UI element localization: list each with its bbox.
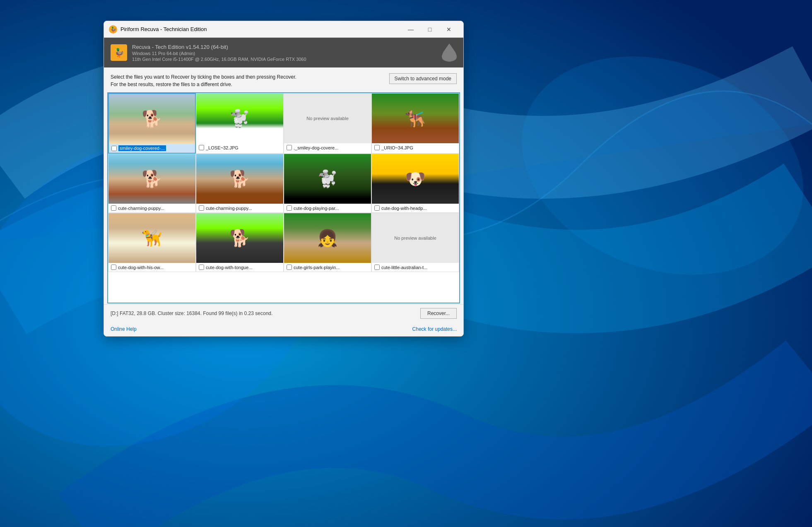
footer-bar: Online Help Check for updates... xyxy=(104,322,463,336)
item-checkbox[interactable] xyxy=(199,205,204,211)
grid-item[interactable]: smiley-dog-covered-... xyxy=(108,93,196,154)
item-checkbox[interactable] xyxy=(374,265,380,270)
item-checkbox[interactable] xyxy=(199,145,204,150)
item-filename: cute-dog-with-his-ow... xyxy=(118,265,164,270)
file-grid[interactable]: smiley-dog-covered-... _LOSE~32.JPG No p… xyxy=(107,92,460,303)
item-checkbox[interactable] xyxy=(374,205,380,211)
online-help-link[interactable]: Online Help xyxy=(111,326,137,332)
item-filename: cute-little-australian-t... xyxy=(381,265,427,270)
item-checkbox[interactable] xyxy=(111,205,116,211)
maximize-button[interactable]: □ xyxy=(420,23,439,36)
item-filename: cute-dog-with-tongue... xyxy=(206,265,253,270)
item-filename: cute-charming-puppy... xyxy=(206,206,252,211)
item-checkbox[interactable] xyxy=(199,265,204,270)
minimize-button[interactable]: — xyxy=(401,23,420,36)
image-preview xyxy=(196,94,283,143)
image-preview xyxy=(109,94,195,144)
title-bar: 🦆 Piriform Recuva - Technician Edition —… xyxy=(104,21,463,38)
item-footer: cute-little-australian-t... xyxy=(372,263,459,272)
item-filename: smiley-dog-covered-... xyxy=(118,145,166,151)
app-os: Windows 11 Pro 64-bit (Admin) xyxy=(132,51,437,56)
image-preview xyxy=(372,154,459,204)
image-preview xyxy=(196,213,283,263)
grid-item[interactable]: cute-dog-with-his-ow... xyxy=(108,213,196,272)
item-filename: _URIO~34.JPG xyxy=(381,145,413,150)
window-title: Piriform Recuva - Technician Edition xyxy=(120,26,401,32)
close-button[interactable]: ✕ xyxy=(439,23,458,36)
no-preview-label: No preview available xyxy=(372,213,459,263)
no-preview-label: No preview available xyxy=(284,94,371,143)
item-checkbox[interactable] xyxy=(374,145,380,150)
item-filename: cute-dog-playing-par... xyxy=(294,206,339,211)
instruction-bar: Select the files you want to Recover by … xyxy=(104,67,463,92)
grid-item[interactable]: _URIO~34.JPG xyxy=(371,93,459,154)
item-footer: cute-dog-with-tongue... xyxy=(196,263,283,272)
item-checkbox[interactable] xyxy=(287,205,292,211)
switch-to-advanced-button[interactable]: Switch to advanced mode xyxy=(389,73,457,84)
item-footer: _URIO~34.JPG xyxy=(372,143,459,152)
app-name: Recuva - Tech Edition v1.54.120 (64-bit) xyxy=(132,44,437,50)
image-preview xyxy=(284,154,371,204)
item-footer: cute-dog-with-his-ow... xyxy=(108,263,195,272)
app-logo-icon: 🦆 xyxy=(111,44,127,61)
item-filename: _LOSE~32.JPG xyxy=(206,145,239,150)
grid-item[interactable]: cute-dog-with-headp... xyxy=(371,154,459,213)
status-text: [D:] FAT32, 28.8 GB. Cluster size: 16384… xyxy=(111,310,272,316)
item-checkbox[interactable] xyxy=(287,265,292,270)
item-filename: ._smiley-dog-covere... xyxy=(294,145,338,150)
image-preview xyxy=(108,213,195,263)
status-bar: [D:] FAT32, 28.8 GB. Cluster size: 16384… xyxy=(104,304,463,322)
item-footer: cute-dog-playing-par... xyxy=(284,204,371,212)
item-footer: cute-charming-puppy... xyxy=(108,204,195,212)
item-footer: ._smiley-dog-covere... xyxy=(284,143,371,152)
item-checkbox[interactable] xyxy=(111,146,117,151)
instruction-text: Select the files you want to Recover by … xyxy=(111,73,296,88)
image-preview xyxy=(196,154,283,204)
grid-item[interactable]: cute-charming-puppy... xyxy=(196,154,284,213)
recover-button[interactable]: Recover... xyxy=(420,308,457,319)
check-updates-link[interactable]: Check for updates... xyxy=(412,326,457,332)
image-preview xyxy=(108,154,195,204)
item-filename: cute-dog-with-headp... xyxy=(381,206,426,211)
droplet-icon xyxy=(442,43,457,63)
item-checkbox[interactable] xyxy=(111,265,116,270)
image-preview xyxy=(284,213,371,263)
grid-item[interactable]: No preview available ._smiley-dog-covere… xyxy=(284,93,371,154)
item-checkbox[interactable] xyxy=(287,145,292,150)
grid-item[interactable]: cute-dog-playing-par... xyxy=(284,154,371,213)
grid-item[interactable]: No preview available cute-little-austral… xyxy=(371,213,459,272)
item-footer: smiley-dog-covered-... xyxy=(109,144,195,153)
application-window: 🦆 Piriform Recuva - Technician Edition —… xyxy=(104,21,464,337)
grid-inner: smiley-dog-covered-... _LOSE~32.JPG No p… xyxy=(108,93,459,272)
main-content: Select the files you want to Recover by … xyxy=(104,67,463,336)
app-icon: 🦆 xyxy=(109,25,117,34)
window-controls: — □ ✕ xyxy=(401,23,458,36)
grid-item[interactable]: cute-charming-puppy... xyxy=(108,154,196,213)
item-footer: _LOSE~32.JPG xyxy=(196,143,283,152)
image-preview xyxy=(372,94,459,143)
app-header: 🦆 Recuva - Tech Edition v1.54.120 (64-bi… xyxy=(104,38,463,67)
item-footer: cute-dog-with-headp... xyxy=(372,204,459,212)
grid-item[interactable]: cute-girls-park-playin... xyxy=(284,213,371,272)
item-footer: cute-charming-puppy... xyxy=(196,204,283,212)
item-filename: cute-charming-puppy... xyxy=(118,206,164,211)
item-filename: cute-girls-park-playin... xyxy=(294,265,340,270)
item-footer: cute-girls-park-playin... xyxy=(284,263,371,272)
app-hardware: 11th Gen Intel Core i5-11400F @ 2.60GHz,… xyxy=(132,57,437,62)
grid-item[interactable]: cute-dog-with-tongue... xyxy=(196,213,284,272)
grid-item[interactable]: _LOSE~32.JPG xyxy=(196,93,284,154)
app-info: Recuva - Tech Edition v1.54.120 (64-bit)… xyxy=(132,44,437,62)
